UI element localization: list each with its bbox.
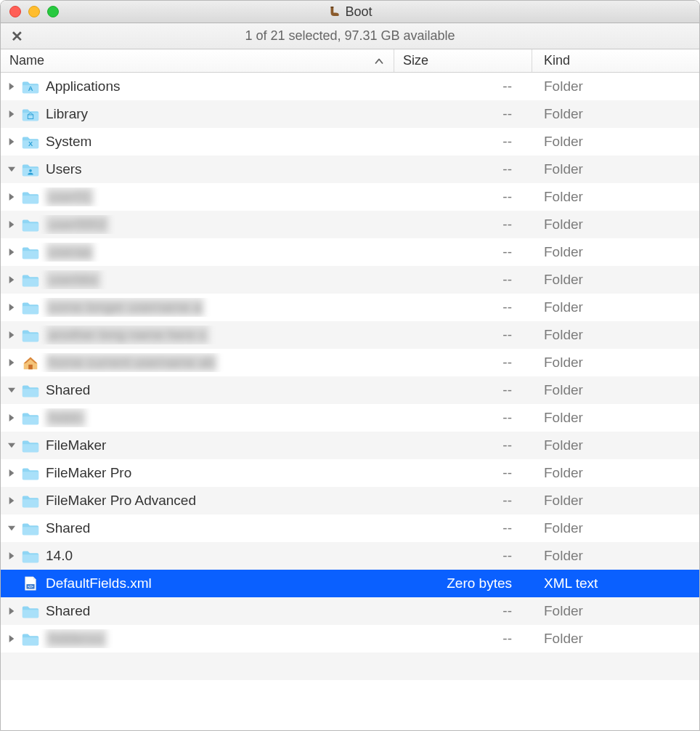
file-kind-label: Folder (532, 493, 699, 509)
file-row-name-cell: user0002 (1, 215, 394, 234)
file-name-label: 14.0 (46, 548, 73, 564)
file-row-name-cell: useraa (1, 243, 394, 262)
file-row[interactable]: Library--Folder (1, 100, 699, 128)
file-row-name-cell: Shared (1, 381, 394, 400)
column-header-size-label: Size (403, 53, 428, 68)
disclosure-triangle-icon[interactable] (7, 275, 17, 285)
folder-icon (21, 270, 40, 289)
disclosure-triangle-icon[interactable] (7, 413, 17, 423)
file-name-label: some longer username a (46, 298, 204, 317)
file-row[interactable]: userbbx--Folder (1, 266, 699, 294)
file-row[interactable]: FileMaker Pro Advanced--Folder (1, 487, 699, 514)
file-row[interactable]: Shared--Folder (1, 514, 699, 542)
file-row-name-cell: FileMaker Pro (1, 464, 394, 482)
file-size-label: -- (394, 631, 532, 647)
disclosure-triangle-icon[interactable] (7, 137, 17, 147)
file-row-name-cell: System (1, 132, 394, 151)
file-row[interactable]: another long name here x--Folder (1, 321, 699, 349)
file-row[interactable]: user0002--Folder (1, 211, 699, 238)
file-name-label: Library (46, 106, 88, 122)
file-size-label: -- (394, 78, 532, 94)
file-kind-label: Folder (532, 272, 699, 288)
file-kind-label: Folder (532, 244, 699, 260)
file-size-label: -- (394, 161, 532, 177)
file-size-label: -- (394, 382, 532, 398)
traffic-lights (9, 6, 59, 17)
file-name-label: FileMaker Pro Advanced (46, 493, 196, 509)
file-row-name-cell: user01 (1, 187, 394, 206)
file-row[interactable]: hiddn--Folder (1, 404, 699, 432)
disclosure-triangle-icon[interactable] (7, 606, 17, 616)
toolbar-clear-icon[interactable]: ✕ (11, 28, 23, 45)
column-header-kind[interactable]: Kind (532, 49, 699, 72)
file-row-name-cell: hiddenxx (1, 629, 394, 648)
file-row[interactable]: home current username ab--Folder (1, 349, 699, 376)
file-row[interactable]: FileMaker--Folder (1, 432, 699, 459)
disclosure-triangle-icon[interactable] (7, 634, 17, 644)
file-row-name-cell: Library (1, 105, 394, 124)
xml-icon (21, 574, 40, 593)
folder-lib-icon (21, 105, 40, 124)
column-header-name[interactable]: Name (1, 49, 394, 72)
file-kind-label: Folder (532, 106, 699, 122)
file-kind-label: Folder (532, 520, 699, 536)
file-row-name-cell: FileMaker Pro Advanced (1, 491, 394, 510)
zoom-window-button[interactable] (47, 6, 59, 17)
disclosure-triangle-icon[interactable] (7, 247, 17, 257)
file-row[interactable]: user01--Folder (1, 183, 699, 211)
folder-sys-icon (21, 132, 40, 151)
disclosure-triangle-icon[interactable] (7, 468, 17, 478)
file-row-name-cell: FileMaker (1, 436, 394, 455)
disclosure-triangle-icon[interactable] (7, 164, 17, 174)
file-kind-label: Folder (532, 548, 699, 564)
file-name-label: Users (46, 161, 82, 177)
file-row[interactable]: hiddenxx--Folder (1, 625, 699, 653)
folder-icon (21, 436, 40, 455)
file-kind-label: Folder (532, 465, 699, 481)
file-row[interactable]: Applications--Folder (1, 73, 699, 100)
folder-icon (21, 298, 40, 317)
folder-icon (21, 215, 40, 234)
file-list[interactable]: Applications--FolderLibrary--FolderSyste… (1, 73, 699, 730)
file-row[interactable]: DefaultFields.xmlZero bytesXML text (1, 570, 699, 597)
disclosure-triangle-icon[interactable] (7, 440, 17, 451)
disclosure-triangle-icon[interactable] (7, 219, 17, 230)
file-kind-label: Folder (532, 603, 699, 619)
column-header-kind-label: Kind (544, 53, 570, 68)
file-row[interactable]: FileMaker Pro--Folder (1, 459, 699, 487)
folder-icon (21, 464, 40, 482)
file-row-name-cell: 14.0 (1, 546, 394, 565)
folder-app-icon (21, 77, 40, 96)
titlebar[interactable]: Boot (1, 1, 699, 23)
file-name-label: hiddenxx (46, 629, 107, 648)
file-kind-label: Folder (532, 134, 699, 150)
disclosure-triangle-icon[interactable] (7, 81, 17, 92)
file-row[interactable]: 14.0--Folder (1, 542, 699, 570)
disclosure-triangle-icon[interactable] (7, 192, 17, 202)
file-name-label: hiddn (46, 408, 86, 427)
file-size-label: -- (394, 465, 532, 481)
file-row[interactable]: Shared--Folder (1, 376, 699, 404)
minimize-window-button[interactable] (28, 6, 40, 17)
file-row[interactable]: some longer username a--Folder (1, 294, 699, 321)
column-header-size[interactable]: Size (394, 49, 532, 72)
close-window-button[interactable] (9, 6, 21, 17)
boot-icon (327, 5, 341, 18)
disclosure-triangle-icon[interactable] (7, 523, 17, 533)
sort-indicator-icon (375, 55, 383, 66)
file-name-label: DefaultFields.xml (46, 575, 152, 591)
file-row[interactable]: useraa--Folder (1, 238, 699, 266)
file-kind-label: Folder (532, 78, 699, 94)
disclosure-triangle-icon[interactable] (7, 330, 17, 340)
file-row[interactable]: System--Folder (1, 128, 699, 156)
disclosure-triangle-icon[interactable] (7, 496, 17, 506)
file-row[interactable]: Shared--Folder (1, 597, 699, 625)
disclosure-triangle-icon[interactable] (7, 302, 17, 312)
status-text: 1 of 21 selected, 97.31 GB available (1, 28, 699, 44)
disclosure-triangle-icon[interactable] (7, 358, 17, 368)
disclosure-triangle-icon[interactable] (7, 385, 17, 395)
file-kind-label: Folder (532, 161, 699, 177)
disclosure-triangle-icon[interactable] (7, 109, 17, 119)
file-row[interactable]: Users--Folder (1, 156, 699, 183)
disclosure-triangle-icon[interactable] (7, 551, 17, 561)
